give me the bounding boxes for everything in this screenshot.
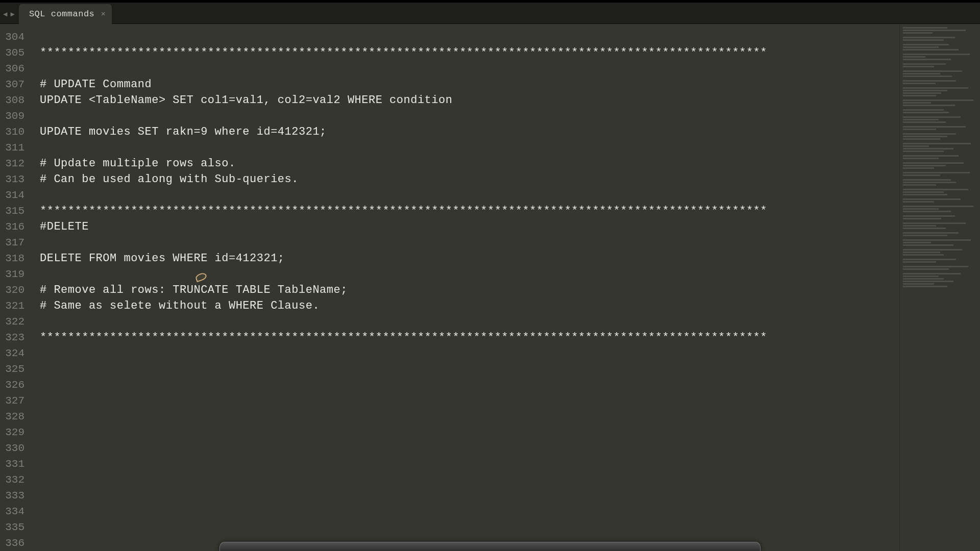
minimap-line <box>903 119 939 120</box>
code-line[interactable] <box>40 424 899 440</box>
minimap-line <box>903 112 949 113</box>
minimap-line <box>903 39 944 41</box>
minimap-line <box>903 167 934 169</box>
minimap-line <box>903 286 947 287</box>
code-line[interactable] <box>40 488 899 504</box>
minimap-line <box>903 244 953 246</box>
code-line[interactable] <box>40 361 899 377</box>
code-line[interactable] <box>40 440 899 456</box>
code-line[interactable] <box>40 29 899 45</box>
code-line[interactable] <box>40 377 899 393</box>
close-icon[interactable]: × <box>101 10 106 18</box>
minimap-line <box>903 254 944 256</box>
line-number: 334 <box>0 504 29 519</box>
code-area[interactable]: ****************************************… <box>29 24 899 551</box>
code-line[interactable]: #DELETE <box>40 219 899 235</box>
code-line[interactable] <box>40 456 899 472</box>
code-line[interactable]: # Remove all rows: TRUNCATE TABLE TableN… <box>40 282 899 298</box>
minimap-line <box>903 129 936 130</box>
nav-back-icon[interactable]: ◀ <box>3 10 7 18</box>
minimap-line <box>903 46 939 48</box>
minimap[interactable] <box>899 24 980 551</box>
code-line[interactable] <box>40 108 899 124</box>
minimap-line <box>903 273 961 274</box>
line-number: 336 <box>0 535 29 551</box>
minimap-line <box>903 87 968 89</box>
minimap-line <box>903 155 959 157</box>
line-number: 310 <box>0 124 29 140</box>
minimap-line <box>903 37 955 38</box>
code-line[interactable]: # Update multiple rows also. <box>40 156 899 171</box>
code-line[interactable]: # Can be used along with Sub-queries. <box>40 171 899 187</box>
code-line[interactable]: ****************************************… <box>40 45 899 61</box>
minimap-line <box>903 191 944 193</box>
minimap-line <box>903 109 944 111</box>
line-number: 305 <box>0 45 29 61</box>
code-line[interactable]: UPDATE <TableName> SET col1=val1, col2=v… <box>40 92 899 108</box>
code-line[interactable] <box>40 409 899 424</box>
line-number: 309 <box>0 108 29 124</box>
minimap-line <box>903 145 929 147</box>
minimap-line <box>903 80 956 82</box>
line-number: 321 <box>0 298 29 314</box>
minimap-line <box>903 261 936 263</box>
minimap-line <box>903 70 962 72</box>
code-line[interactable] <box>40 504 899 519</box>
minimap-line <box>903 126 966 128</box>
tab-bar: ◀ ▶ SQL commands × <box>0 3 980 24</box>
minimap-line <box>903 278 944 280</box>
minimap-line <box>903 194 947 195</box>
line-number: 330 <box>0 440 29 456</box>
minimap-line <box>903 73 940 74</box>
minimap-line <box>903 49 959 51</box>
code-line[interactable] <box>40 472 899 488</box>
code-line[interactable]: UPDATE movies SET rakn=9 where id=412321… <box>40 124 899 140</box>
line-number: 316 <box>0 219 29 235</box>
code-line[interactable] <box>40 235 899 251</box>
line-number: 313 <box>0 171 29 187</box>
code-line[interactable]: ****************************************… <box>40 203 899 219</box>
code-line[interactable]: # UPDATE Command <box>40 77 899 92</box>
minimap-line <box>903 99 973 101</box>
nav-forward-icon[interactable]: ▶ <box>10 10 14 18</box>
code-line[interactable]: DELETE FROM movies WHERE id=412321; <box>40 251 899 266</box>
line-number: 311 <box>0 140 29 156</box>
minimap-line <box>903 179 951 181</box>
minimap-line <box>903 133 956 135</box>
line-number: 304 <box>0 29 29 45</box>
minimap-line <box>903 136 947 137</box>
minimap-line <box>903 95 936 96</box>
code-line[interactable] <box>40 187 899 203</box>
code-line[interactable] <box>40 345 899 361</box>
code-line[interactable] <box>40 519 899 535</box>
line-number: 324 <box>0 345 29 361</box>
code-line[interactable] <box>40 266 899 282</box>
code-line[interactable]: # Same as selete without a WHERE Clause. <box>40 298 899 314</box>
minimap-line <box>903 189 968 190</box>
minimap-line <box>903 54 970 55</box>
minimap-line <box>903 30 966 31</box>
minimap-line <box>903 102 931 104</box>
minimap-line <box>903 143 971 144</box>
code-line[interactable] <box>40 314 899 330</box>
minimap-line <box>903 27 947 29</box>
minimap-line <box>903 182 956 183</box>
code-line[interactable]: ****************************************… <box>40 330 899 345</box>
line-number: 335 <box>0 519 29 535</box>
minimap-line <box>903 281 953 282</box>
tab-sql-commands[interactable]: SQL commands × <box>19 4 112 24</box>
line-number: 322 <box>0 314 29 330</box>
line-number-gutter: 3043053063073083093103113123133143153163… <box>0 24 29 551</box>
code-line[interactable] <box>40 61 899 77</box>
minimap-line <box>903 92 941 94</box>
code-line[interactable] <box>40 393 899 409</box>
dock[interactable] <box>219 542 761 551</box>
tab-nav-arrows: ◀ ▶ <box>0 10 19 23</box>
minimap-line <box>903 116 961 118</box>
minimap-line <box>903 218 941 219</box>
code-line[interactable] <box>40 140 899 156</box>
minimap-line <box>903 90 947 91</box>
minimap-line <box>903 148 953 149</box>
minimap-line <box>903 174 940 176</box>
minimap-line <box>903 63 946 65</box>
